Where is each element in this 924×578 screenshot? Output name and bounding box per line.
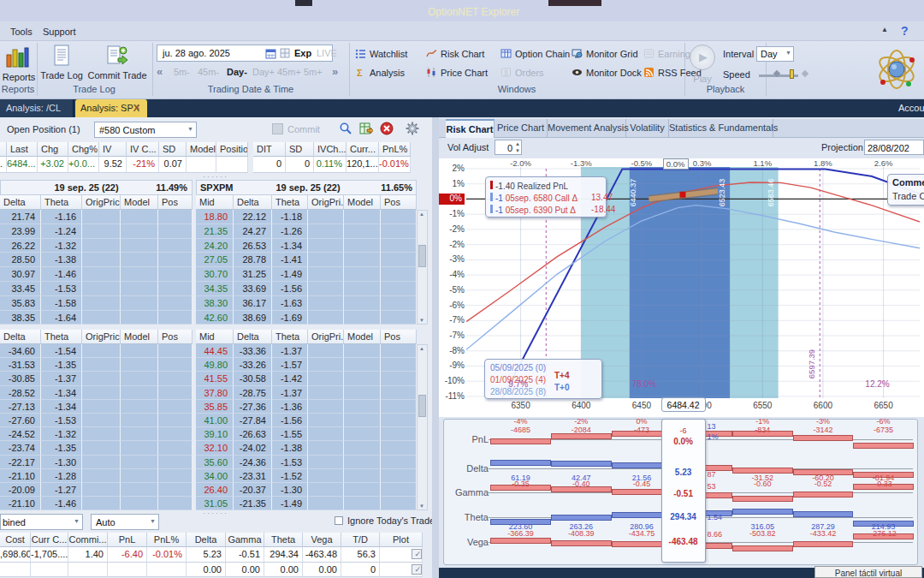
option-row-right[interactable]: 34.00-23.31-1.52 <box>196 469 417 483</box>
export-icon[interactable] <box>359 122 373 135</box>
position-preset-dropdown[interactable]: #580 Custom▼ <box>94 122 197 138</box>
close-icon[interactable]: × <box>134 102 139 112</box>
ignore-trades-checkbox[interactable] <box>335 516 343 525</box>
time-grid-icon[interactable] <box>280 48 290 58</box>
mode-dropdown[interactable]: Auto▼ <box>91 514 159 530</box>
option-row-right[interactable]: 30.7031.25-1.49 <box>196 267 417 282</box>
speed-slider-plus[interactable] <box>802 70 808 77</box>
ribbon-collapse-icon[interactable]: ▲ <box>881 26 888 33</box>
option-row-left[interactable]: 33.45-1.53 <box>0 282 192 296</box>
position-filter-dropdown[interactable]: bined▼ <box>0 514 83 530</box>
projection-date-field[interactable]: 28/08/202 <box>864 140 924 155</box>
option-row-right[interactable]: 18.8022.12-1.18 <box>196 210 417 224</box>
menu-item-tools[interactable]: Tools <box>10 27 33 37</box>
option-row-left[interactable]: 21.74-1.16 <box>0 210 192 224</box>
account-text: Accou <box>898 103 924 113</box>
tab-volatility[interactable]: Volatility <box>626 119 669 138</box>
tab-movement-analysis[interactable]: Movement Analysis <box>548 119 626 138</box>
delete-icon[interactable] <box>380 122 394 135</box>
option-row-left[interactable]: -21.10-1.28 <box>0 469 192 483</box>
option-row-right[interactable]: 41.00-27.84-1.56 <box>196 414 417 427</box>
search-icon[interactable] <box>339 122 352 135</box>
vertical-scrollbar[interactable]: ▲▼ <box>417 210 428 325</box>
gear-icon[interactable] <box>406 122 419 135</box>
option-row-right[interactable]: 41.55-30.58-1.42 <box>196 372 417 385</box>
speed-slider-handle[interactable] <box>790 69 794 79</box>
greek-row-label: PnL <box>447 434 489 444</box>
tab-price-chart[interactable]: Price Chart <box>495 119 548 138</box>
vol-adjust-spinner[interactable]: 0▲▼ <box>495 140 522 155</box>
option-row-left[interactable]: 35.83-1.58 <box>0 296 192 311</box>
spinner-up-icon[interactable]: ▲ <box>515 141 520 146</box>
option-row-left[interactable]: -27.13-1.34 <box>0 400 192 414</box>
option-row-right[interactable]: 37.80-28.75-1.37 <box>196 386 417 400</box>
tab-analysis-spx[interactable]: Analysis: SPX× <box>75 99 147 117</box>
option-row-right[interactable]: 42.6038.69-1.69 <box>196 311 417 325</box>
option-row-right[interactable]: 32.10-24.02-1.38 <box>196 441 417 455</box>
step-forward-chevron[interactable]: » <box>332 65 338 78</box>
option-row-left[interactable]: 38.35-1.64 <box>0 311 192 325</box>
scrollbar-thumb[interactable] <box>418 395 426 417</box>
option-row-left[interactable]: -24.52-1.32 <box>0 427 192 441</box>
tab-risk-chart[interactable]: Risk Chart <box>446 119 495 138</box>
commit-trade-button[interactable]: Commit Trade <box>86 43 149 82</box>
option-row-left[interactable]: -28.52-1.34 <box>0 386 192 400</box>
option-row-right[interactable]: 49.80-33.26-1.57 <box>196 358 417 372</box>
step-back-chevron[interactable]: « <box>157 65 163 78</box>
option-row-right[interactable]: 24.2026.53-1.34 <box>196 239 417 253</box>
splitter-handle[interactable]: ······ <box>197 509 234 517</box>
option-row-left[interactable]: -31.53-1.35 <box>0 358 192 372</box>
tab-analysis-cl[interactable]: Analysis: /CL <box>0 99 74 117</box>
vertical-scrollbar[interactable]: ▲▼ <box>417 344 428 510</box>
menu-item-support[interactable]: Support <box>43 27 76 37</box>
option-row-right-cell <box>381 386 417 400</box>
option-row-right[interactable]: 44.45-33.36-1.37 <box>196 344 417 358</box>
option-row-right[interactable]: 35.85-27.36-1.36 <box>196 400 417 414</box>
windows-button-label: Risk Chart <box>441 49 484 59</box>
option-row-right[interactable]: 27.0528.78-1.41 <box>196 253 417 267</box>
option-row-left[interactable]: 28.50-1.38 <box>0 253 192 267</box>
option-row-right[interactable]: 39.10-26.63-1.55 <box>196 427 417 441</box>
option-row-right[interactable]: 34.3533.69-1.56 <box>196 282 417 296</box>
scroll-down-icon[interactable]: ▼ <box>419 504 424 509</box>
calendar-icon[interactable] <box>265 48 276 59</box>
option-row-right[interactable]: 21.3524.27-1.26 <box>196 224 417 239</box>
option-row-left-cell: -1.35 <box>41 358 82 372</box>
scroll-down-icon[interactable]: ▼ <box>419 318 424 323</box>
option-row-left[interactable]: -23.74-1.35 <box>0 441 192 455</box>
option-row-left[interactable]: -21.10-1.46 <box>0 497 192 510</box>
spinner-down-icon[interactable]: ▼ <box>515 148 520 153</box>
time-step-5mplus: 5m+ <box>304 67 323 77</box>
help-icon[interactable]: ? <box>901 24 909 38</box>
trade-log-button[interactable]: Trade Log <box>39 43 84 82</box>
option-row-right[interactable]: 38.3036.17-1.63 <box>196 296 417 311</box>
totals-row[interactable]: ,698.60-1,705....1.40-6.40-0.01%5.23-0.5… <box>0 547 423 563</box>
greek-value-label: -503.82 <box>737 529 788 538</box>
hidden-column-fragment: 13 <box>708 422 716 431</box>
time-step-dayminus[interactable]: Day- <box>227 67 247 77</box>
option-row-left[interactable]: -30.85-1.37 <box>0 372 192 385</box>
interval-dropdown[interactable]: Day▼ <box>756 46 794 62</box>
scrollbar-thumb[interactable] <box>418 245 426 267</box>
option-row-left[interactable]: 26.22-1.32 <box>0 239 192 253</box>
plot-checkbox[interactable]: ✓ <box>380 563 423 578</box>
plot-checkbox[interactable]: ✓ <box>380 547 423 563</box>
totals-row[interactable]: 0.000.000.000.000✓ <box>0 563 423 578</box>
option-row-right-cell <box>308 267 344 282</box>
option-row-right[interactable]: 35.60-24.36-1.53 <box>196 456 417 469</box>
option-row-left[interactable]: 30.97-1.46 <box>0 267 192 282</box>
scroll-up-icon[interactable]: ▲ <box>419 212 424 217</box>
trading-date-field[interactable]: ju. 28 ago. 2025ExpLIVE <box>157 45 333 62</box>
option-row-left[interactable]: -20.09-1.27 <box>0 483 192 497</box>
option-row-right[interactable]: 26.40-20.37-1.30 <box>196 483 417 497</box>
option-row-left[interactable]: 23.99-1.24 <box>0 224 192 239</box>
option-row-left[interactable]: -22.17-1.30 <box>0 456 192 469</box>
greek-value-label: -0.40 <box>555 480 607 488</box>
tab-statistics-fundamentals[interactable]: Statistics & Fundamentals <box>669 119 773 138</box>
panel-splitter[interactable] <box>432 117 439 578</box>
option-row-left[interactable]: -34.60-1.54 <box>0 344 192 358</box>
reports-icon[interactable] <box>5 45 29 70</box>
option-row-left[interactable]: -27.60-1.53 <box>0 414 192 427</box>
scroll-up-icon[interactable]: ▲ <box>419 346 424 351</box>
reports-button-label[interactable]: Reports <box>0 72 40 82</box>
